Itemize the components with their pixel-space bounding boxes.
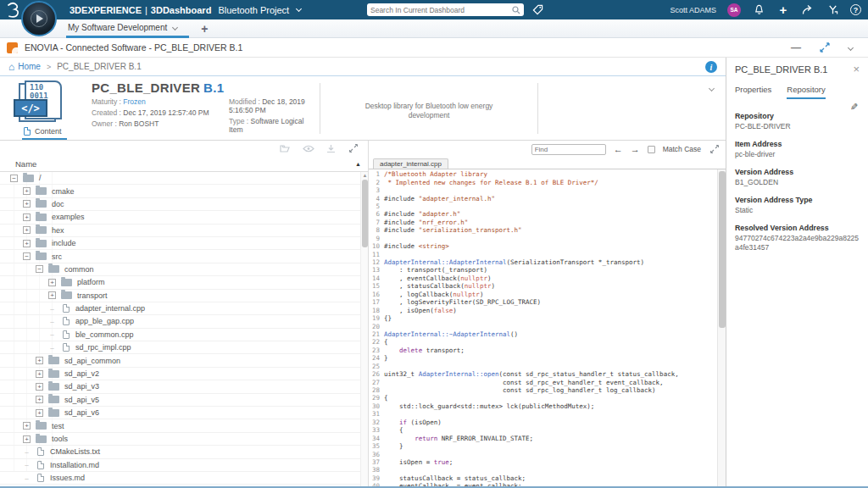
expand-expander-icon[interactable]: + xyxy=(23,226,31,234)
tab-content[interactable]: Content xyxy=(22,127,67,140)
search-icon[interactable] xyxy=(512,6,520,14)
expand-expander-icon[interactable]: + xyxy=(36,396,43,403)
add-tab-button[interactable]: + xyxy=(201,22,208,36)
tree-row[interactable]: +cmake xyxy=(0,185,368,197)
dashboard-tabstrip: My Software Development + xyxy=(0,19,868,38)
find-next-icon[interactable]: → xyxy=(631,145,640,153)
tree-scrollbar[interactable]: ▲ xyxy=(360,172,368,486)
line-number: 35 xyxy=(369,442,384,450)
tree-row[interactable]: +hex xyxy=(0,225,368,237)
tree-row[interactable]: –CMakeLists.txt xyxy=(0,446,368,458)
tree-item-label: hex xyxy=(52,226,64,235)
tree-row[interactable]: –adapter_internal.cpp xyxy=(0,302,368,315)
help-icon[interactable]: ? xyxy=(850,4,861,15)
tree-row[interactable]: –sd_rpc_impl.cpp xyxy=(0,341,368,354)
match-case-checkbox[interactable] xyxy=(648,146,655,153)
expand-expander-icon[interactable]: + xyxy=(36,357,43,364)
tab-chevron-down-icon[interactable] xyxy=(172,24,178,30)
expand-expander-icon[interactable]: + xyxy=(23,240,31,247)
avatar[interactable]: SA xyxy=(727,3,741,17)
tree-row[interactable]: +sd_api_v3 xyxy=(0,380,368,393)
tree-row[interactable]: –ble_common.cpp xyxy=(0,329,368,341)
code-expand-icon[interactable] xyxy=(710,145,719,153)
compass-play-icon[interactable] xyxy=(31,10,47,27)
tree-scroll-thumb[interactable] xyxy=(362,180,368,247)
expand-expander-icon[interactable]: + xyxy=(23,214,31,221)
tree-row[interactable]: +doc xyxy=(0,198,368,211)
folder-icon xyxy=(48,396,59,403)
tree-row[interactable]: +sd_api_common xyxy=(0,354,368,367)
tree-row[interactable]: +sd_api_v5 xyxy=(0,394,368,407)
code-line: 38 xyxy=(369,466,717,474)
expand-expander-icon[interactable]: + xyxy=(23,435,31,443)
preview-eye-icon[interactable] xyxy=(303,145,314,152)
breadcrumb-home-link[interactable]: ⌂ Home xyxy=(8,61,41,73)
notifications-bell-icon[interactable] xyxy=(752,3,765,17)
info-icon[interactable]: i xyxy=(705,61,717,73)
tree-row[interactable]: −/ xyxy=(0,172,368,185)
dashboard-project-name[interactable]: Bluetooth Project xyxy=(218,5,289,15)
tree-row[interactable]: +sd_api_v6 xyxy=(0,407,368,419)
tab-my-software-development[interactable]: My Software Development xyxy=(66,19,189,38)
tab-properties[interactable]: Properties xyxy=(735,85,771,99)
tree-item-label: Issues.md xyxy=(50,474,85,482)
close-icon[interactable]: × xyxy=(853,65,860,74)
expand-widget-icon[interactable] xyxy=(820,42,830,53)
widget-chevron-down-icon[interactable] xyxy=(848,44,854,50)
tree-column-header[interactable]: Name ▲ xyxy=(0,156,368,172)
user-name[interactable]: Scott ADAMS xyxy=(670,6,716,14)
tree-row[interactable]: –Installation.md xyxy=(0,459,368,472)
collapse-expander-icon[interactable]: − xyxy=(10,175,18,182)
tree-row[interactable]: +test xyxy=(0,419,368,432)
find-input[interactable] xyxy=(531,144,606,155)
minimize-icon[interactable]: — xyxy=(791,42,801,53)
line-number: 27 xyxy=(369,379,384,386)
add-plus-icon[interactable]: + xyxy=(776,3,790,17)
code-scrollbar[interactable] xyxy=(717,169,726,486)
download-icon[interactable] xyxy=(326,144,336,153)
share-icon[interactable] xyxy=(801,3,815,17)
expand-expander-icon[interactable]: + xyxy=(23,200,31,208)
open-folder-icon[interactable] xyxy=(280,144,291,152)
maturity-value[interactable]: Frozen xyxy=(123,97,145,106)
breadcrumb: ⌂ Home > PC_BLE_DRIVER B.1 i xyxy=(0,58,726,76)
project-chevron-down-icon[interactable] xyxy=(296,5,302,11)
expand-expander-icon[interactable]: + xyxy=(23,187,31,195)
find-previous-icon[interactable]: ← xyxy=(614,145,623,153)
tree-row[interactable]: +platform xyxy=(0,276,368,289)
line-number: 31 xyxy=(369,410,384,418)
tree-row[interactable]: +include xyxy=(0,237,368,250)
code-scroll-thumb[interactable] xyxy=(719,171,726,328)
expand-expander-icon[interactable]: + xyxy=(48,291,56,299)
line-number: 37 xyxy=(369,458,384,466)
topbar-search[interactable] xyxy=(367,3,524,16)
tag-icon[interactable] xyxy=(531,3,544,16)
expand-expander-icon[interactable]: + xyxy=(48,279,56,286)
collaboration-fork-icon[interactable] xyxy=(826,3,839,17)
edit-pencil-icon[interactable]: ✎ xyxy=(850,102,858,113)
tree-row[interactable]: −common xyxy=(0,263,368,276)
tree-row[interactable]: +transport xyxy=(0,290,368,302)
tree-row[interactable]: −src xyxy=(0,250,368,263)
tree-row[interactable]: –app_ble_gap.cpp xyxy=(0,315,368,328)
collapse-expander-icon[interactable]: − xyxy=(23,252,31,260)
tab-repository[interactable]: Repository xyxy=(787,85,825,99)
expand-expander-icon[interactable]: + xyxy=(36,409,43,417)
scroll-up-icon[interactable]: ▲ xyxy=(361,172,369,179)
sort-ascending-icon[interactable]: ▲ xyxy=(355,161,361,167)
tree-row[interactable]: +sd_api_v2 xyxy=(0,368,368,380)
code-file-tab[interactable]: adapter_internal.cpp xyxy=(373,158,448,169)
tree-expand-icon[interactable] xyxy=(349,144,358,152)
line-number: 23 xyxy=(369,347,384,354)
tree-row[interactable]: +examples xyxy=(0,211,368,224)
expand-expander-icon[interactable]: + xyxy=(36,370,43,378)
tree-row[interactable]: +tools xyxy=(0,433,368,446)
expand-expander-icon[interactable]: + xyxy=(23,422,31,430)
document-icon xyxy=(24,127,31,136)
3dexperience-compass-icon[interactable] xyxy=(21,1,57,36)
search-input[interactable] xyxy=(370,6,512,14)
tree-row[interactable]: –Issues.md xyxy=(0,472,368,485)
collapse-expander-icon[interactable]: − xyxy=(36,265,43,273)
code-area[interactable]: 1/*Bluetooth Adapter library2 * Implente… xyxy=(369,169,726,486)
expand-expander-icon[interactable]: + xyxy=(36,383,43,391)
